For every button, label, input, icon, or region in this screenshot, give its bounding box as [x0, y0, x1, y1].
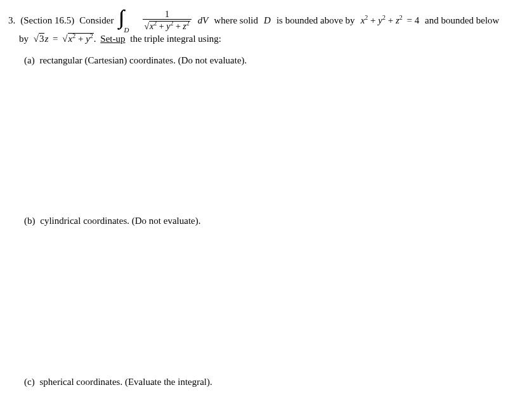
integral-symbol: ∫∫∫ D — [119, 9, 138, 33]
problem-header-line2: by √3z = √x2 + y2. Set-up the triple int… — [19, 33, 221, 44]
part-a: (a) rectangular (Cartesian) coordinates.… — [24, 55, 247, 66]
and-below-text: and bounded below — [425, 15, 499, 25]
integrand-denominator: √x2 + y2 + z2 — [143, 19, 191, 32]
bounded-above-text: is bounded above by — [276, 15, 355, 25]
part-a-text: rectangular (Cartesian) coordinates. (Do… — [39, 55, 247, 65]
where-text: where solid — [214, 15, 258, 25]
triple-integral: ∫∫∫ D 1 √x2 + y2 + z2 — [119, 9, 191, 33]
integrand-numerator: 1 — [143, 10, 191, 19]
differential: dV — [198, 15, 209, 25]
z-eq: z — [44, 34, 48, 44]
problem-header-line: 3. (Section 16.5) Consider ∫∫∫ D 1 √x2 +… — [8, 9, 499, 33]
page: { "problem": { "number_label": "3.", "se… — [0, 0, 532, 397]
sqrt-denom: √x2 + y2 + z2 — [144, 21, 190, 32]
integrand-fraction: 1 √x2 + y2 + z2 — [143, 10, 191, 32]
part-c: (c) spherical coordinates. (Evaluate the… — [24, 377, 212, 387]
part-b: (b) cylindrical coordinates. (Do not eva… — [24, 216, 201, 226]
by-word: by — [19, 34, 29, 44]
eq4: = 4 — [407, 15, 420, 25]
region-name: D — [264, 15, 271, 25]
part-c-text: spherical coordinates. (Evaluate the int… — [39, 377, 212, 387]
section-label: (Section 16.5) — [20, 15, 74, 25]
sqrt3: √3 — [34, 33, 45, 44]
setup-underline: Set-up — [100, 34, 125, 44]
lead-word: Consider — [79, 15, 114, 25]
sphere-equation: x2 + y2 + z2 = 4 — [361, 15, 422, 25]
problem-number: 3. — [8, 15, 15, 25]
sqrt-cone: √x2 + y2 — [62, 33, 94, 44]
setup-tail: the triple integral using: — [130, 34, 221, 44]
cone-equation: √3z = √x2 + y2. — [34, 34, 99, 44]
part-c-label: (c) — [24, 377, 35, 387]
part-a-label: (a) — [24, 55, 35, 65]
part-b-text: cylindrical coordinates. (Do not evaluat… — [40, 216, 200, 226]
part-b-label: (b) — [24, 216, 36, 226]
